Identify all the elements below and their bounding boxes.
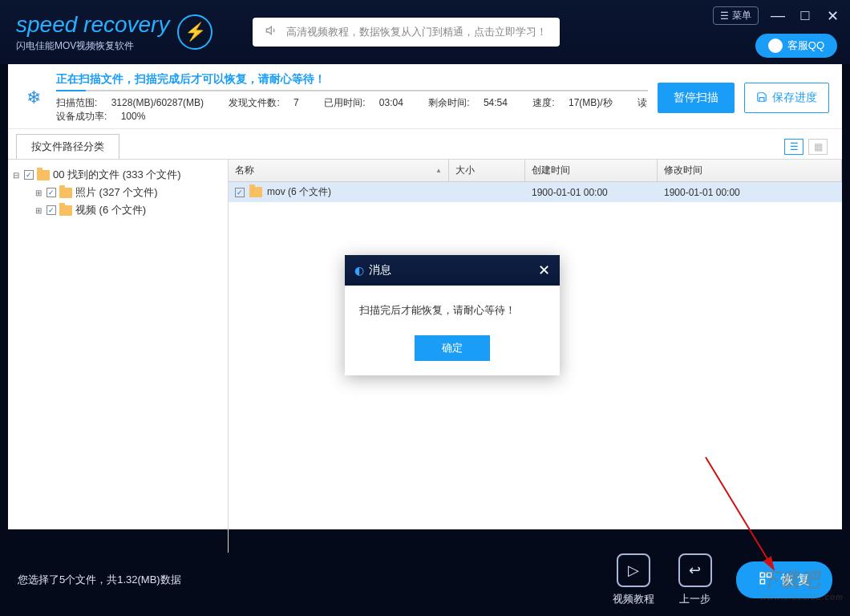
dialog-icon: ◐ xyxy=(354,264,364,277)
grid-view-button[interactable]: ▦ xyxy=(808,139,828,155)
folder-icon xyxy=(59,205,72,216)
dialog-body: 扫描完后才能恢复，请耐心等待！ xyxy=(345,286,560,335)
list-view-button[interactable]: ☰ xyxy=(784,139,803,155)
dialog-title: 消息 xyxy=(369,263,391,278)
pause-scan-button[interactable]: 暂停扫描 xyxy=(658,83,735,113)
checkbox[interactable]: ✓ xyxy=(24,170,34,180)
play-icon: ▷ xyxy=(617,553,650,587)
col-create[interactable]: 创建时间 xyxy=(525,160,658,181)
expand-icon[interactable]: ⊞ xyxy=(35,188,43,197)
qq-icon xyxy=(768,38,783,53)
file-row[interactable]: ✓ mov (6 个文件) 1900-01-01 00:00 1900-01-0… xyxy=(229,182,842,202)
dialog-close-button[interactable]: ✕ xyxy=(538,261,550,279)
scan-meta: 扫描范围: 3128(MB)/60287(MB) 发现文件数: 7 已用时间: … xyxy=(56,96,648,124)
back-icon: ↩ xyxy=(678,553,712,587)
close-button[interactable]: ✕ xyxy=(824,7,840,25)
row-checkbox[interactable]: ✓ xyxy=(235,188,245,197)
col-name[interactable]: 名称▲ xyxy=(229,160,449,181)
message-dialog: ◐ 消息 ✕ 扫描完后才能恢复，请耐心等待！ 确定 xyxy=(345,255,560,375)
tutorial-banner[interactable]: 高清视频教程，数据恢复从入门到精通，点击立即学习！ xyxy=(253,18,560,47)
lightning-icon: ⚡ xyxy=(177,14,212,50)
tutorial-text: 高清视频教程，数据恢复从入门到精通，点击立即学习！ xyxy=(286,25,547,39)
app-logo-text: speed recovery xyxy=(16,12,169,38)
tree-photos[interactable]: ⊞ ✓ 照片 (327 个文件) xyxy=(13,184,223,201)
checkbox[interactable]: ✓ xyxy=(47,205,56,215)
maximize-button[interactable]: □ xyxy=(797,7,813,24)
save-progress-button[interactable]: 保存进度 xyxy=(744,83,829,113)
save-icon xyxy=(756,91,767,105)
col-size[interactable]: 大小 xyxy=(449,160,525,181)
sort-indicator: ▲ xyxy=(435,167,442,174)
watermark: 下载吧 www.xiazaiba.com xyxy=(760,567,844,602)
menu-icon: ☰ xyxy=(720,10,729,22)
file-tree: ⊟ ✓ 00 找到的文件 (333 个文件) ⊞ ✓ 照片 (327 个文件) … xyxy=(8,160,229,553)
folder-icon xyxy=(37,170,50,180)
scan-status-title: 正在扫描文件，扫描完成后才可以恢复，请耐心等待！ xyxy=(56,72,648,87)
qq-support-button[interactable]: 客服QQ xyxy=(755,34,837,58)
app-logo-subtitle: 闪电佳能MOV视频恢复软件 xyxy=(16,39,169,53)
selection-status: 您选择了5个文件，共1.32(MB)数据 xyxy=(18,573,181,587)
col-modify[interactable]: 修改时间 xyxy=(658,160,842,181)
expand-icon[interactable]: ⊟ xyxy=(13,171,21,180)
dialog-ok-button[interactable]: 确定 xyxy=(415,335,490,361)
video-tutorial-button[interactable]: ▷ 视频教程 xyxy=(613,553,654,606)
speaker-icon xyxy=(265,24,278,40)
column-headers: 名称▲ 大小 创建时间 修改时间 xyxy=(229,160,842,182)
tree-root[interactable]: ⊟ ✓ 00 找到的文件 (333 个文件) xyxy=(13,166,223,184)
menu-button[interactable]: ☰ 菜单 xyxy=(713,6,759,25)
checkbox[interactable]: ✓ xyxy=(47,188,56,197)
tab-by-path[interactable]: 按文件路径分类 xyxy=(16,134,119,159)
minimize-button[interactable]: — xyxy=(770,7,786,24)
tree-videos[interactable]: ⊞ ✓ 视频 (6 个文件) xyxy=(13,201,223,219)
scan-icon: ❄ xyxy=(21,87,47,108)
expand-icon[interactable]: ⊞ xyxy=(35,206,43,215)
folder-icon xyxy=(59,188,72,198)
back-button[interactable]: ↩ 上一步 xyxy=(678,553,712,606)
folder-icon xyxy=(249,187,262,197)
progress-bar xyxy=(56,90,648,91)
